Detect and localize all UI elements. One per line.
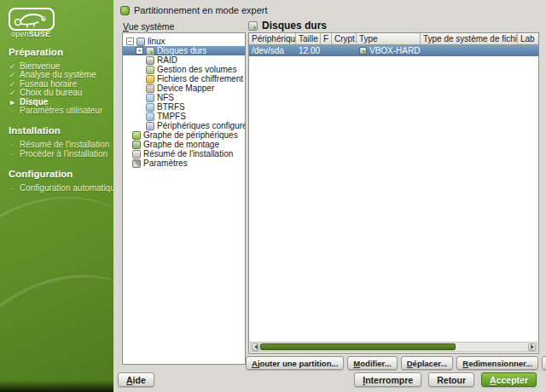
tree-item-device-mapper[interactable]: Device Mapper — [123, 84, 245, 93]
nfs-icon — [146, 94, 154, 102]
tree-item-label: Paramètres — [143, 159, 188, 168]
partitioner-icon — [120, 6, 130, 15]
tree-item-graphe-montage[interactable]: Graphe de montage — [123, 140, 245, 149]
tree-item-label: RAID — [157, 55, 177, 65]
check-icon: ✓ — [9, 62, 16, 71]
tree-item-graphe-peripheriques[interactable]: Graphe de périphériques — [123, 130, 245, 140]
mount-graph-icon — [132, 141, 141, 149]
tree-item-btrfs[interactable]: BTRFS — [123, 102, 245, 112]
edit-button[interactable]: Modifier... — [347, 356, 397, 370]
tree-item-linux[interactable]: − linux — [123, 37, 245, 46]
tree-item-label: Graphe de montage — [143, 140, 219, 149]
tree-item-resume-installation[interactable]: Résumé de l'installation — [123, 149, 245, 159]
page-title: Partitionnement en mode expert — [134, 5, 268, 15]
logo-word-open: open — [11, 30, 29, 38]
crypt-files-icon — [146, 75, 154, 84]
btrfs-icon — [146, 103, 154, 112]
tree-item-fichiers-chiffrement[interactable]: Fichiers de chiffrement — [123, 74, 245, 84]
hard-disks-icon — [248, 21, 258, 31]
column-header-f[interactable]: F — [321, 33, 332, 44]
system-view-label: Vue système — [123, 21, 174, 32]
cell-size: 12.00 Go — [296, 45, 321, 56]
tree-item-disques-durs[interactable]: + Disques durs — [123, 46, 245, 55]
accept-button[interactable]: Accepter — [481, 372, 537, 387]
configured-devices-icon — [146, 122, 154, 130]
arrow-right-icon — [531, 344, 537, 349]
settings-icon — [132, 159, 141, 168]
column-header-label[interactable]: Lab — [518, 33, 538, 44]
chameleon-icon — [10, 9, 53, 29]
computer-icon — [136, 37, 145, 46]
cell-crypt — [332, 45, 357, 56]
scrollbar-thumb[interactable] — [260, 343, 456, 350]
resize-button[interactable]: Redimensionner... — [456, 356, 538, 370]
back-button[interactable]: Retour — [428, 372, 474, 387]
scroll-left-button[interactable] — [252, 343, 259, 351]
table-empty-area — [249, 56, 538, 341]
bullet-icon: · — [9, 184, 16, 193]
system-view-tree: − linux + Disques durs RAID Gestion des … — [122, 32, 246, 365]
move-button[interactable]: Déplacer... — [401, 356, 454, 370]
step-parametres-utilisateur: ·Paramètres utilisateur — [9, 107, 110, 115]
tree-item-nfs[interactable]: NFS — [123, 93, 245, 102]
cell-device: /dev/sda — [249, 45, 296, 56]
nav-section-configuration: Configuration — [9, 169, 110, 179]
page-header: Partitionnement en mode expert — [120, 4, 268, 16]
device-graph-icon — [132, 131, 141, 140]
bullet-icon: · — [9, 107, 16, 115]
scroll-right-button[interactable] — [528, 343, 536, 351]
logo-wordmark: openSUSE — [11, 30, 50, 38]
footer-left: Aide — [118, 372, 154, 387]
table-row-dev-sda[interactable]: /dev/sda 12.00 Go VBOX-HARDDISK — [249, 45, 538, 56]
step-proceder-installation: ·Procéder à l'installation — [9, 150, 110, 159]
opensuse-logo: openSUSE — [9, 8, 56, 37]
column-header-type-systeme-fichiers[interactable]: Type de système de fichiers — [421, 33, 518, 44]
bullet-icon: · — [9, 141, 16, 149]
column-header-peripherique[interactable]: Périphérique — [249, 33, 296, 44]
device-mapper-icon — [146, 84, 154, 93]
disks-table: Périphérique Taille F Crypt Type Type de… — [248, 32, 539, 354]
add-partition-button[interactable]: Ajouter une partition... — [246, 356, 344, 370]
horizontal-scrollbar[interactable] — [250, 342, 537, 352]
tree-item-label: Graphe de périphériques — [143, 130, 238, 140]
tree-item-gestion-volumes[interactable]: Gestion des volumes — [123, 65, 245, 74]
tree-item-label: linux — [148, 37, 166, 46]
collapse-expander-icon[interactable]: − — [126, 37, 134, 45]
column-header-taille[interactable]: Taille — [296, 33, 321, 44]
arrow-left-icon — [252, 344, 258, 349]
table-header-row: Périphérique Taille F Crypt Type Type de… — [249, 33, 538, 45]
cell-format — [321, 45, 332, 56]
panel-title-text: Disques durs — [262, 20, 327, 32]
column-header-type[interactable]: Type — [357, 33, 421, 44]
tree-item-raid[interactable]: RAID — [123, 55, 245, 65]
check-icon: ✓ — [9, 80, 16, 89]
cell-type-text: VBOX-HARDDISK — [369, 46, 421, 55]
abort-button[interactable]: Interrompre — [354, 372, 421, 387]
installer-window: openSUSE Préparation ✓Bienvenue ✓Analyse… — [0, 0, 546, 392]
tree-item-label: NFS — [157, 93, 174, 102]
tree-item-label: BTRFS — [157, 102, 185, 112]
check-icon: ✓ — [9, 89, 16, 97]
help-button[interactable]: Aide — [118, 372, 154, 387]
tree-item-label: Gestion des volumes — [157, 65, 236, 74]
logo-word-suse: SUSE — [29, 30, 50, 38]
delete-button[interactable]: Supprimer... — [542, 356, 546, 370]
disk-device-icon — [359, 47, 367, 55]
expand-expander-icon[interactable]: + — [136, 47, 143, 55]
step-label: Procéder à l'installation — [20, 150, 107, 159]
sidebar: openSUSE Préparation ✓Bienvenue ✓Analyse… — [0, 0, 113, 392]
installation-summary-icon — [132, 150, 141, 159]
column-header-crypt[interactable]: Crypt — [332, 33, 357, 44]
installation-steps-nav: Préparation ✓Bienvenue ✓Analyse du systè… — [0, 47, 113, 193]
cell-label — [518, 45, 538, 56]
tree-item-label: Résumé de l'installation — [143, 149, 233, 159]
tree-item-tmpfs[interactable]: TMPFS — [123, 112, 245, 121]
nav-section-preparation: Préparation — [9, 47, 110, 57]
check-icon: ✓ — [9, 71, 16, 79]
logo-frame — [9, 8, 55, 31]
tmpfs-icon — [146, 112, 154, 121]
cell-filesystem — [421, 45, 518, 56]
tree-item-parametres[interactable]: Paramètres — [123, 159, 245, 168]
tree-item-label: Fichiers de chiffrement — [157, 74, 243, 84]
tree-item-peripheriques-configures[interactable]: Périphériques configurés — [123, 121, 245, 130]
